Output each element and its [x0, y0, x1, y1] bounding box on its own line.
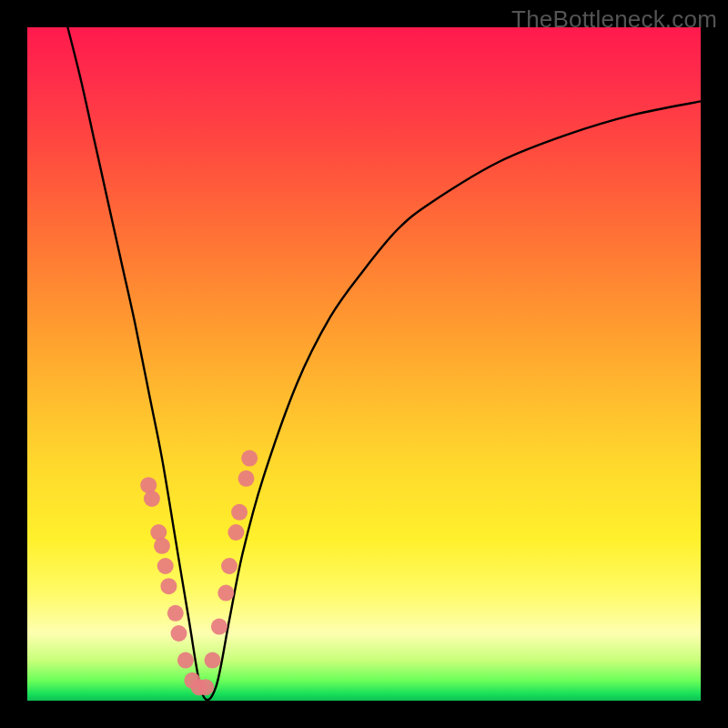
marker-dot	[231, 504, 248, 521]
bottleneck-curve	[67, 27, 701, 700]
marker-dot	[160, 578, 177, 594]
marker-dot	[167, 605, 184, 622]
plot-area	[27, 27, 701, 701]
marker-dot	[211, 619, 228, 635]
marker-dot	[221, 558, 238, 574]
chart-frame: TheBottleneck.com	[0, 0, 728, 728]
marker-dot	[197, 679, 214, 695]
marker-dot	[228, 524, 244, 541]
marker-dot	[217, 585, 234, 602]
marker-dot	[144, 490, 160, 507]
marker-dot	[205, 652, 221, 669]
marker-dot	[157, 558, 174, 574]
highlighted-points	[140, 450, 258, 696]
marker-dot	[238, 470, 255, 487]
marker-dot	[171, 625, 187, 642]
curve-svg	[27, 27, 701, 701]
marker-dot	[241, 450, 258, 467]
marker-dot	[154, 538, 170, 554]
marker-dot	[177, 652, 194, 669]
